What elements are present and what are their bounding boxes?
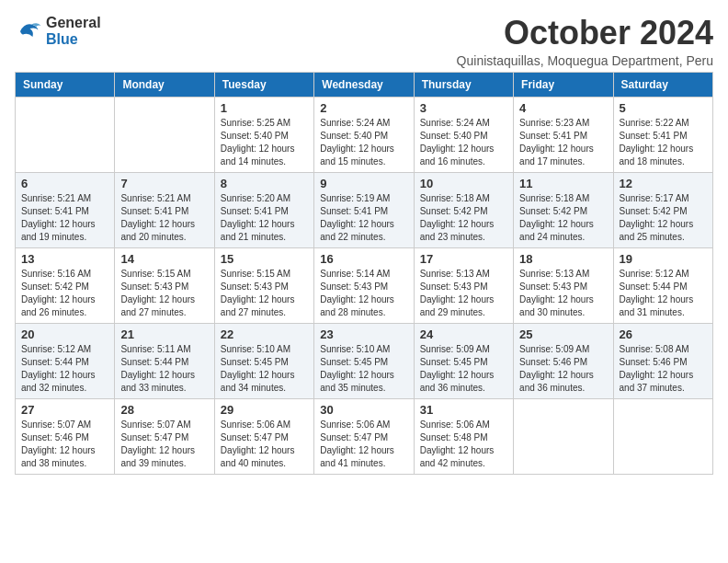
day-number: 4 [519,101,607,115]
day-info: Sunrise: 5:21 AMSunset: 5:41 PMDaylight:… [21,192,108,244]
day-info: Sunrise: 5:10 AMSunset: 5:45 PMDaylight:… [221,343,308,395]
calendar-cell: 5Sunrise: 5:22 AMSunset: 5:41 PMDaylight… [613,97,712,172]
day-info: Sunrise: 5:07 AMSunset: 5:47 PMDaylight:… [120,419,208,470]
calendar-week-row: 1Sunrise: 5:25 AMSunset: 5:40 PMDaylight… [16,97,713,172]
day-info: Sunrise: 5:18 AMSunset: 5:42 PMDaylight:… [420,192,507,244]
day-number: 14 [120,252,208,266]
day-info: Sunrise: 5:16 AMSunset: 5:42 PMDaylight:… [21,268,108,319]
calendar-cell: 23Sunrise: 5:10 AMSunset: 5:45 PMDayligh… [314,323,414,398]
day-number: 20 [21,327,108,341]
calendar-cell: 25Sunrise: 5:09 AMSunset: 5:46 PMDayligh… [514,323,613,398]
title-area: October 2024 Quinistaquillas, Moquegua D… [457,15,713,68]
page-header: General Blue October 2024 Quinistaquilla… [15,15,713,68]
day-number: 1 [221,101,308,115]
day-info: Sunrise: 5:07 AMSunset: 5:46 PMDaylight:… [21,419,108,470]
day-info: Sunrise: 5:17 AMSunset: 5:42 PMDaylight:… [620,192,707,244]
day-info: Sunrise: 5:10 AMSunset: 5:45 PMDaylight:… [320,343,407,395]
day-number: 21 [120,327,208,341]
calendar-cell [514,398,613,474]
day-info: Sunrise: 5:08 AMSunset: 5:46 PMDaylight:… [620,343,707,395]
calendar-cell: 9Sunrise: 5:19 AMSunset: 5:41 PMDaylight… [314,172,414,247]
day-number: 22 [221,327,308,341]
calendar-cell: 4Sunrise: 5:23 AMSunset: 5:41 PMDaylight… [514,97,613,172]
calendar-cell: 11Sunrise: 5:18 AMSunset: 5:42 PMDayligh… [514,172,613,247]
day-info: Sunrise: 5:13 AMSunset: 5:43 PMDaylight:… [420,268,507,319]
day-number: 2 [320,101,407,115]
calendar-cell: 7Sunrise: 5:21 AMSunset: 5:41 PMDaylight… [115,172,214,247]
day-info: Sunrise: 5:19 AMSunset: 5:41 PMDaylight:… [320,192,407,244]
calendar-cell: 19Sunrise: 5:12 AMSunset: 5:44 PMDayligh… [613,247,712,323]
header-friday: Friday [514,72,613,97]
day-info: Sunrise: 5:23 AMSunset: 5:41 PMDaylight:… [519,117,607,168]
logo-icon [15,17,42,45]
calendar-cell: 24Sunrise: 5:09 AMSunset: 5:45 PMDayligh… [414,323,513,398]
calendar-cell [16,97,115,172]
day-number: 5 [620,101,707,115]
day-number: 26 [620,327,707,341]
day-info: Sunrise: 5:13 AMSunset: 5:43 PMDaylight:… [519,268,607,319]
calendar-cell: 27Sunrise: 5:07 AMSunset: 5:46 PMDayligh… [16,398,115,474]
day-number: 27 [21,403,108,417]
day-info: Sunrise: 5:18 AMSunset: 5:42 PMDaylight:… [519,192,607,244]
day-info: Sunrise: 5:24 AMSunset: 5:40 PMDaylight:… [320,117,407,168]
day-info: Sunrise: 5:06 AMSunset: 5:47 PMDaylight:… [320,419,407,470]
calendar-cell: 12Sunrise: 5:17 AMSunset: 5:42 PMDayligh… [613,172,712,247]
logo-text: General Blue [46,15,101,48]
day-info: Sunrise: 5:24 AMSunset: 5:40 PMDaylight:… [420,117,507,168]
calendar-cell: 15Sunrise: 5:15 AMSunset: 5:43 PMDayligh… [214,247,313,323]
day-info: Sunrise: 5:25 AMSunset: 5:40 PMDaylight:… [221,117,308,168]
header-thursday: Thursday [414,72,513,97]
day-number: 23 [320,327,407,341]
day-number: 6 [21,177,108,190]
day-info: Sunrise: 5:12 AMSunset: 5:44 PMDaylight:… [21,343,108,395]
header-saturday: Saturday [613,72,712,97]
calendar-cell: 10Sunrise: 5:18 AMSunset: 5:42 PMDayligh… [414,172,513,247]
day-number: 13 [21,252,108,266]
day-number: 18 [519,252,607,266]
calendar-cell: 21Sunrise: 5:11 AMSunset: 5:44 PMDayligh… [115,323,214,398]
day-number: 17 [420,252,507,266]
day-info: Sunrise: 5:20 AMSunset: 5:41 PMDaylight:… [221,192,308,244]
calendar-cell: 3Sunrise: 5:24 AMSunset: 5:40 PMDaylight… [414,97,513,172]
header-monday: Monday [115,72,214,97]
calendar-week-row: 13Sunrise: 5:16 AMSunset: 5:42 PMDayligh… [16,247,713,323]
day-number: 9 [320,177,407,190]
day-number: 8 [221,177,308,190]
day-number: 24 [420,327,507,341]
calendar-cell: 30Sunrise: 5:06 AMSunset: 5:47 PMDayligh… [314,398,414,474]
day-number: 25 [519,327,607,341]
calendar-header-row: SundayMondayTuesdayWednesdayThursdayFrid… [16,72,713,97]
day-number: 28 [120,403,208,417]
calendar-cell: 6Sunrise: 5:21 AMSunset: 5:41 PMDaylight… [16,172,115,247]
day-info: Sunrise: 5:14 AMSunset: 5:43 PMDaylight:… [320,268,407,319]
calendar-week-row: 6Sunrise: 5:21 AMSunset: 5:41 PMDaylight… [16,172,713,247]
calendar-cell [613,398,712,474]
calendar-cell: 16Sunrise: 5:14 AMSunset: 5:43 PMDayligh… [314,247,414,323]
location-subtitle: Quinistaquillas, Moquegua Department, Pe… [457,53,713,68]
day-info: Sunrise: 5:11 AMSunset: 5:44 PMDaylight:… [120,343,208,395]
calendar-cell [115,97,214,172]
day-number: 31 [420,403,507,417]
day-number: 16 [320,252,407,266]
day-info: Sunrise: 5:09 AMSunset: 5:45 PMDaylight:… [420,343,507,395]
calendar-cell: 8Sunrise: 5:20 AMSunset: 5:41 PMDaylight… [214,172,313,247]
calendar-week-row: 27Sunrise: 5:07 AMSunset: 5:46 PMDayligh… [16,398,713,474]
calendar-table: SundayMondayTuesdayWednesdayThursdayFrid… [15,72,713,475]
header-tuesday: Tuesday [214,72,313,97]
calendar-cell: 22Sunrise: 5:10 AMSunset: 5:45 PMDayligh… [214,323,313,398]
day-number: 10 [420,177,507,190]
calendar-cell: 29Sunrise: 5:06 AMSunset: 5:47 PMDayligh… [214,398,313,474]
calendar-cell: 14Sunrise: 5:15 AMSunset: 5:43 PMDayligh… [115,247,214,323]
day-number: 3 [420,101,507,115]
day-number: 29 [221,403,308,417]
day-number: 12 [620,177,707,190]
day-number: 7 [120,177,208,190]
month-title: October 2024 [457,15,713,52]
calendar-cell: 28Sunrise: 5:07 AMSunset: 5:47 PMDayligh… [115,398,214,474]
logo: General Blue [15,15,101,48]
calendar-cell: 31Sunrise: 5:06 AMSunset: 5:48 PMDayligh… [414,398,513,474]
day-info: Sunrise: 5:06 AMSunset: 5:47 PMDaylight:… [221,419,308,470]
day-number: 11 [519,177,607,190]
day-number: 19 [620,252,707,266]
day-number: 15 [221,252,308,266]
